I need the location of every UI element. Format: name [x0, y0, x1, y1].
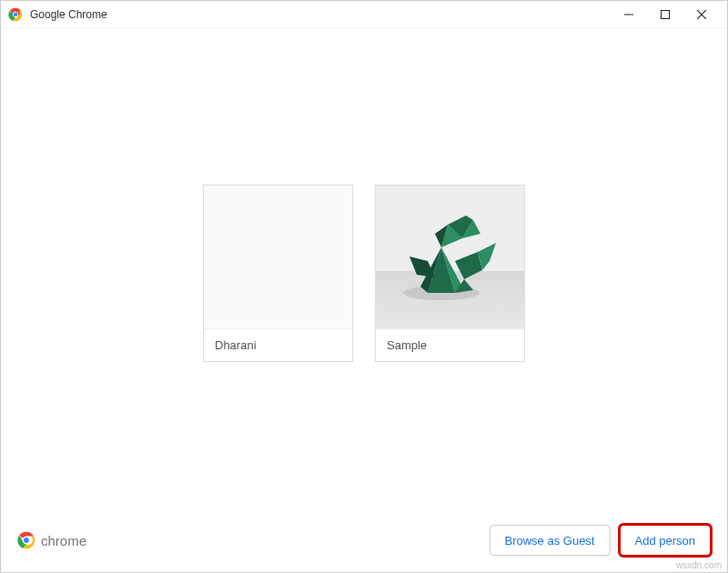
profile-list: Dharani Sample [1, 28, 727, 518]
profile-name-label: Sample [376, 328, 524, 361]
profile-name-label: Dharani [204, 328, 352, 361]
titlebar: Google Chrome [1, 1, 727, 28]
watermark: wsxdn.com [676, 560, 722, 570]
svg-rect-5 [662, 10, 670, 18]
minimize-button[interactable] [611, 2, 647, 27]
chrome-icon [8, 7, 23, 22]
profile-card-sample[interactable]: Sample [375, 185, 525, 362]
close-button[interactable] [683, 2, 720, 27]
add-person-button[interactable]: Add person [620, 525, 712, 556]
window-title: Google Chrome [30, 8, 611, 21]
button-label: Browse as Guest [505, 534, 595, 548]
chrome-logo: chrome [17, 531, 490, 549]
chrome-wordmark: chrome [41, 533, 86, 548]
profile-avatar [376, 186, 524, 328]
svg-point-3 [14, 12, 18, 16]
footer: chrome Browse as Guest Add person [1, 518, 727, 572]
profile-card-dharani[interactable]: Dharani [203, 185, 353, 362]
maximize-button[interactable] [647, 2, 683, 27]
profile-avatar [204, 186, 352, 328]
footer-buttons: Browse as Guest Add person [490, 525, 712, 556]
svg-point-22 [24, 538, 29, 543]
browse-as-guest-button[interactable]: Browse as Guest [490, 525, 611, 556]
svg-marker-16 [455, 252, 482, 279]
window-controls [611, 2, 720, 27]
chrome-icon [17, 531, 35, 549]
button-label: Add person [635, 534, 696, 548]
